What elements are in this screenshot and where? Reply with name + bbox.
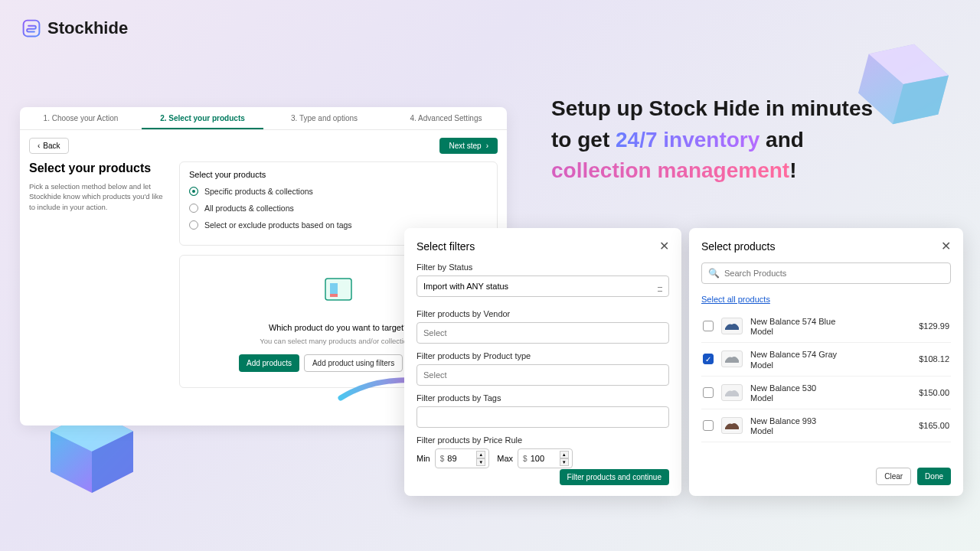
price: $165.00 [919,421,949,430]
price: $150.00 [919,388,949,397]
add-products-filters-button[interactable]: Add product using filters [304,354,403,372]
svg-rect-7 [325,279,351,300]
radio-all[interactable]: All products & collections [189,204,488,213]
product-list: New Balance 574 BlueModel $129.99 ✓ New … [701,310,951,442]
chevron-left-icon: ‹ [38,142,40,150]
list-item[interactable]: New Balance 530Model $150.00 [701,377,951,409]
max-label: Max [497,454,513,463]
product-type-select[interactable] [416,364,669,386]
vendor-label: Filter products by Vendor [416,309,669,318]
vendor-select[interactable] [416,322,669,344]
radio-icon [189,220,198,230]
product-thumb [721,350,743,367]
min-price-input[interactable]: $ ▲▼ [435,448,490,468]
min-label: Min [416,454,430,463]
product-thumb [721,384,743,401]
products-panel: Select products ✕ 🔍 Select all products … [689,228,963,496]
price: $129.99 [919,321,949,331]
checkbox[interactable] [703,321,714,331]
product-thumb [721,318,743,334]
step-tab-3[interactable]: 3. Type and options [263,107,385,129]
svg-rect-9 [330,294,338,297]
tags-input[interactable] [416,406,669,428]
panel-title: Select filters [416,240,475,253]
list-item[interactable]: ✓ New Balance 574 GrayModel $108.12 [701,343,951,376]
product-thumb [721,417,743,434]
next-step-button[interactable]: Next step› [439,138,498,154]
currency-icon: $ [440,455,445,463]
stepper-up[interactable]: ▲ [560,451,569,458]
page-title: Select your products [29,161,167,175]
card-title: Select your products [189,170,488,179]
filter-continue-button[interactable]: Filter products and continue [560,469,669,485]
close-icon: ✕ [659,240,669,253]
max-price-input[interactable]: $ ▲▼ [518,448,573,468]
brand-logo: Stockhide [21,18,128,38]
status-select[interactable]: Import with ANY status [416,276,669,297]
tags-label: Filter products by Tags [416,393,669,403]
product-type-label: Filter products by Product type [416,351,669,360]
search-icon: 🔍 [708,268,720,279]
close-icon: ✕ [941,240,951,253]
empty-state-icon [319,271,358,309]
price: $108.12 [919,354,949,364]
status-label: Filter by Status [416,262,669,272]
logo-icon [21,18,41,38]
brand-name: Stockhide [47,18,128,38]
radio-icon [189,187,198,196]
chevron-right-icon: › [486,142,488,150]
checkbox[interactable] [703,387,714,398]
stepper-down[interactable]: ▼ [476,458,485,466]
price-label: Filter products by Price Rule [416,435,669,445]
page-desc: Pick a selection method below and let St… [29,181,167,212]
panel-title: Select products [701,240,776,253]
close-button[interactable]: ✕ [659,239,669,253]
stepper-down[interactable]: ▼ [560,458,569,466]
clear-button[interactable]: Clear [876,468,911,485]
search-input[interactable]: 🔍 [701,262,951,284]
svg-rect-8 [330,283,338,295]
stepper-up[interactable]: ▲ [476,451,485,458]
currency-icon: $ [523,455,528,463]
step-tab-4[interactable]: 4. Advanced Settings [385,107,507,129]
list-item[interactable]: New Balance 993Model $165.00 [701,409,951,442]
add-products-button[interactable]: Add products [239,354,299,372]
radio-icon [189,204,198,213]
radio-specific[interactable]: Specific products & collections [189,187,488,196]
checkbox[interactable] [703,420,714,431]
step-tabs: 1. Choose your Action 2. Select your pro… [20,107,507,130]
close-button[interactable]: ✕ [941,239,951,253]
back-button[interactable]: ‹Back [29,138,69,154]
list-item[interactable]: New Balance 574 BlueModel $129.99 [701,310,951,343]
step-tab-2[interactable]: 2. Select your products [142,107,263,129]
marketing-headline: Setup up Stock Hide in minutes to get 24… [551,93,903,187]
checkbox[interactable]: ✓ [703,354,714,364]
select-all-link[interactable]: Select all products [701,295,770,304]
done-button[interactable]: Done [917,468,951,485]
step-tab-1[interactable]: 1. Choose your Action [20,107,142,129]
filters-panel: Select filters ✕ Filter by Status Import… [404,228,681,496]
